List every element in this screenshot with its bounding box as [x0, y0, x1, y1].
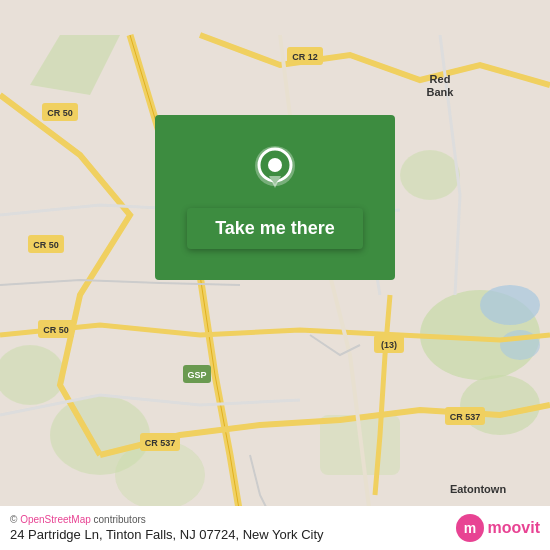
copyright-symbol: ©: [10, 514, 20, 525]
osm-credit: © OpenStreetMap contributors: [10, 514, 324, 525]
moovit-logo[interactable]: m moovit: [456, 514, 540, 542]
svg-text:(13): (13): [381, 340, 397, 350]
svg-text:Red: Red: [430, 73, 451, 85]
moovit-icon: m: [456, 514, 484, 542]
svg-text:m: m: [463, 520, 475, 536]
svg-text:CR 537: CR 537: [145, 438, 176, 448]
svg-point-4: [0, 345, 65, 405]
osm-contributors: contributors: [94, 514, 146, 525]
location-pin-icon: [253, 146, 297, 200]
address-text: 24 Partridge Ln, Tinton Falls, NJ 07724,…: [10, 527, 324, 542]
svg-text:CR 537: CR 537: [450, 412, 481, 422]
moovit-text: moovit: [488, 519, 540, 537]
svg-text:CR 12: CR 12: [292, 52, 318, 62]
svg-text:CR 50: CR 50: [43, 325, 69, 335]
svg-point-1: [460, 375, 540, 435]
svg-point-33: [268, 158, 282, 172]
bottom-bar: © OpenStreetMap contributors 24 Partridg…: [0, 506, 550, 550]
svg-text:Eatontown: Eatontown: [450, 483, 506, 495]
bottom-left-content: © OpenStreetMap contributors 24 Partridg…: [10, 514, 324, 542]
map-action-overlay: Take me there: [155, 115, 395, 280]
svg-point-5: [400, 150, 460, 200]
svg-text:GSP: GSP: [187, 370, 206, 380]
osm-link[interactable]: OpenStreetMap: [20, 514, 91, 525]
svg-text:CR 50: CR 50: [33, 240, 59, 250]
svg-point-8: [480, 285, 540, 325]
map-container: CR 50 CR 12 Red Bank GSP GSP CR 50 CR 50…: [0, 0, 550, 550]
svg-text:Bank: Bank: [427, 86, 455, 98]
take-me-there-button[interactable]: Take me there: [187, 208, 363, 249]
svg-marker-2: [30, 35, 120, 95]
svg-text:CR 50: CR 50: [47, 108, 73, 118]
